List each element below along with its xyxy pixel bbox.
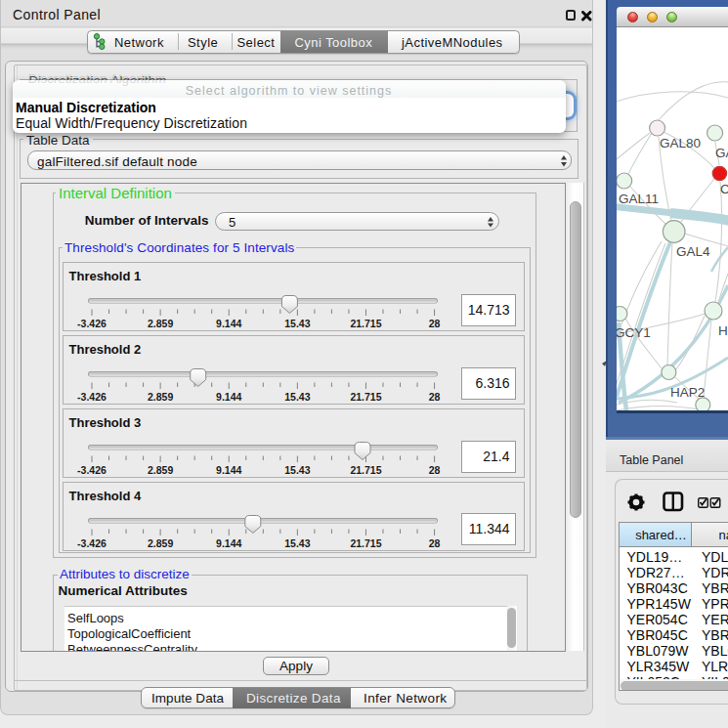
svg-text:15.43: 15.43 <box>284 318 310 329</box>
svg-text:9.144: 9.144 <box>216 464 241 476</box>
svg-text:-3.426: -3.426 <box>77 391 107 403</box>
svg-text:GAL11: GAL11 <box>619 192 659 206</box>
svg-text:21.715: 21.715 <box>350 537 381 549</box>
svg-text:2.859: 2.859 <box>148 318 173 329</box>
svg-text:28: 28 <box>429 318 441 329</box>
svg-text:-3.426: -3.426 <box>77 537 107 549</box>
svg-text:28: 28 <box>429 537 441 549</box>
svg-text:GAL4: GAL4 <box>676 244 710 259</box>
svg-text:21.715: 21.715 <box>350 318 381 329</box>
svg-text:9.144: 9.144 <box>216 391 241 403</box>
svg-text:2.859: 2.859 <box>148 537 173 549</box>
svg-text:15.43: 15.43 <box>284 537 310 549</box>
svg-text:GA: GA <box>715 146 728 160</box>
svg-text:15.43: 15.43 <box>284 464 310 476</box>
svg-text:2.859: 2.859 <box>148 464 173 476</box>
svg-text:28: 28 <box>429 391 441 403</box>
svg-text:9.144: 9.144 <box>216 318 241 329</box>
svg-text:9.144: 9.144 <box>216 537 241 549</box>
svg-text:2.859: 2.859 <box>148 391 173 403</box>
svg-text:21.715: 21.715 <box>350 391 381 403</box>
svg-text:C: C <box>720 182 728 196</box>
svg-text:21.715: 21.715 <box>350 464 381 476</box>
svg-text:-3.426: -3.426 <box>77 464 107 476</box>
svg-text:H: H <box>718 323 728 338</box>
svg-text:-3.426: -3.426 <box>77 318 107 329</box>
svg-text:GAL80: GAL80 <box>660 136 701 150</box>
svg-text:28: 28 <box>429 464 441 476</box>
svg-text:15.43: 15.43 <box>284 391 310 403</box>
svg-text:GCY1: GCY1 <box>617 325 651 340</box>
svg-text:HAP2: HAP2 <box>670 385 705 400</box>
